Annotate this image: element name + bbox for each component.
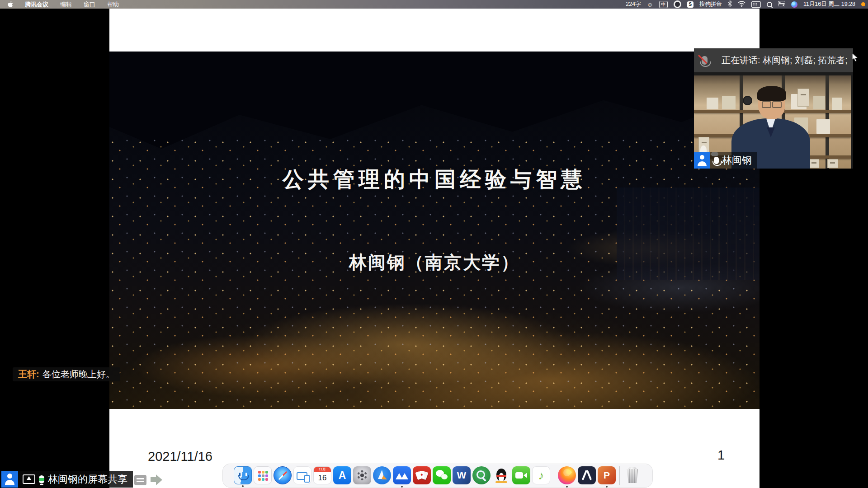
spade-glyph: ♠ (420, 471, 424, 479)
bluetooth-icon[interactable] (728, 0, 732, 8)
word-icon[interactable]: W (453, 466, 471, 484)
file-box (797, 89, 809, 107)
file-box (808, 159, 819, 168)
presenter-avatar-icon (1, 471, 18, 488)
dock: 11月 16 A ♠ W ♪ P (222, 464, 653, 488)
menu-app-name[interactable]: 腾讯会议 (25, 0, 48, 9)
apple-menu-icon[interactable] (7, 1, 13, 8)
slide-author: 林闽钢（南京大学） (109, 250, 760, 275)
word-count: 224字 (626, 0, 641, 8)
circle-status-icon[interactable] (674, 0, 681, 8)
chat-text: 各位老师晚上好。 (42, 368, 115, 380)
screen-share-indicator: 林闽钢的屏幕共享 (1, 471, 133, 488)
speaking-text: 正在讲话: 林闽钢; 刘磊; 拓荒者; (715, 54, 848, 66)
system-preferences-icon[interactable] (353, 466, 371, 484)
mountains-app-icon[interactable] (393, 466, 411, 484)
dock-separator (619, 466, 620, 485)
books (813, 96, 825, 109)
cards-game-icon[interactable]: ♠ (413, 466, 431, 484)
finder-icon[interactable] (234, 466, 252, 484)
video-tile[interactable]: 林闽钢 (694, 72, 853, 169)
ime-name[interactable]: 搜狗拼音 (699, 0, 722, 8)
qq-icon[interactable] (492, 466, 510, 484)
safari-icon[interactable] (274, 466, 292, 484)
video-name-overlay: 林闽钢 (694, 152, 757, 169)
recording-dot (861, 2, 865, 6)
qq-feet (495, 481, 507, 483)
books (707, 98, 718, 109)
chat-note-icon[interactable] (134, 475, 146, 485)
slide-page-number: 1 (717, 448, 725, 463)
running-dot (566, 486, 568, 488)
keyboard-icon[interactable] (751, 1, 761, 8)
screen-share-icon (23, 474, 35, 484)
control-center-icon[interactable] (778, 1, 785, 8)
powerpoint-letter: P (604, 470, 610, 481)
launchpad-icon[interactable] (254, 466, 272, 484)
running-dot (242, 485, 244, 487)
clock (743, 96, 752, 105)
word-letter: W (457, 469, 467, 481)
music-note-glyph: ♪ (538, 469, 544, 483)
person-sweater (766, 127, 776, 137)
menu-bar: 腾讯会议 编辑 窗口 帮助 224字 ☺ 中 S 搜狗拼音 11月16日 周二 (0, 0, 868, 9)
speaking-banner: 正在讲话: 林闽钢; 刘磊; 拓荒者; (694, 48, 853, 72)
siri-icon[interactable] (791, 1, 797, 8)
slide-date: 2021/11/16 (148, 449, 212, 464)
chat-message: 王轩: 各位老师晚上好。 (13, 367, 120, 381)
qq-scarf (496, 475, 506, 477)
printer-app-icon[interactable] (293, 466, 311, 484)
netdisk-icon[interactable] (373, 466, 391, 484)
qq-music-icon[interactable]: ♪ (532, 466, 550, 484)
books (832, 98, 842, 110)
menu-bar-clock[interactable]: 11月16日 周二 19:28 (803, 0, 855, 8)
acrobat-icon[interactable] (578, 466, 596, 484)
menu-window[interactable]: 窗口 (84, 0, 95, 9)
books (816, 119, 830, 134)
running-dot (606, 486, 608, 488)
shared-slide: 公共管理的中国经验与智慧 林闽钢（南京大学） 2021/11/16 1 (109, 9, 760, 488)
participant-name: 林闽钢 (722, 154, 752, 167)
menu-edit[interactable]: 编辑 (60, 0, 72, 9)
person-hair (757, 86, 786, 101)
facetime-icon[interactable] (512, 466, 530, 484)
mouse-cursor (852, 52, 859, 64)
powerpoint-icon[interactable]: P (598, 466, 616, 484)
wechat-icon[interactable] (433, 466, 451, 484)
calendar-icon[interactable]: 11月 16 (313, 466, 331, 484)
slide-title: 公共管理的中国经验与智慧 (109, 165, 760, 194)
calendar-day: 16 (314, 472, 331, 483)
slide-photo-night-city: 公共管理的中国经验与智慧 林闽钢（南京大学） (109, 52, 760, 409)
calendar-month: 11月 (314, 467, 331, 472)
microphone-icon (714, 157, 719, 164)
participant-avatar-icon (694, 152, 710, 169)
chat-sender: 王轩: (18, 368, 39, 380)
meeting-screen: 腾讯会议 编辑 窗口 帮助 224字 ☺ 中 S 搜狗拼音 11月16日 周二 (0, 0, 868, 488)
dock-separator (554, 466, 554, 485)
app-store-icon[interactable]: A (333, 466, 351, 484)
person-glasses (762, 101, 782, 107)
books (722, 96, 736, 109)
trash-icon[interactable] (623, 466, 642, 484)
input-lang-badge[interactable]: 中 (659, 1, 668, 8)
spotlight-icon[interactable] (767, 2, 772, 7)
trash-basket (626, 469, 639, 483)
microphone-level-icon (39, 475, 44, 483)
app-store-letter: A (339, 469, 346, 482)
microphone-muted-icon[interactable] (694, 56, 715, 65)
share-label: 林闽钢的屏幕共享 (48, 473, 127, 486)
sogou-icon[interactable]: S (687, 1, 693, 8)
smiley-icon[interactable]: ☺ (647, 1, 653, 8)
firefox-icon[interactable] (558, 466, 576, 484)
running-dot (401, 486, 403, 488)
menu-help[interactable]: 帮助 (107, 0, 119, 9)
wifi-icon[interactable] (738, 1, 745, 8)
dictionary-search-icon[interactable] (472, 466, 491, 484)
person-head (758, 88, 785, 119)
file-box (827, 159, 838, 168)
